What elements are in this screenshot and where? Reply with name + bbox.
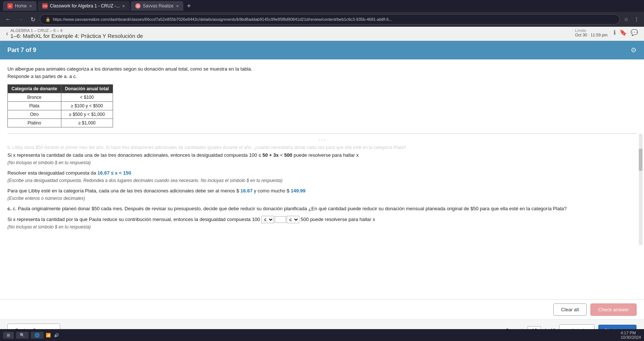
tab-classwork[interactable]: CW Classwork for Algebra 1 - CRUZ -... ✕ bbox=[38, 1, 129, 11]
section-b2-note: (Escribe una desigualdad compuesta. Redo… bbox=[7, 177, 637, 184]
taskbar: ⊞ 🔍 🌐 📶 🔊 4:17 PM 10/30/2024 bbox=[0, 329, 644, 341]
page-title: 1–6: MathXL for Example 4: Práctica Y Re… bbox=[10, 33, 143, 39]
question-content[interactable]: Un albergue para animales categoriza a l… bbox=[0, 59, 644, 299]
section-b3-note: (Escribe enteros o números decimales) bbox=[7, 195, 637, 202]
tab-bar: H Home ✕ CW Classwork for Algebra 1 - CR… bbox=[0, 0, 644, 12]
section-b3: Para que Libby esté en la categoría Plat… bbox=[7, 187, 637, 202]
page-wrapper: ‹ ALGEBRA 1 – CRUZ – 6 – 4 1–6: MathXL f… bbox=[0, 27, 644, 341]
table-cell-category-2: Otro bbox=[8, 110, 61, 119]
section-c-equation: Si x representa la cantidad por la que P… bbox=[7, 216, 637, 231]
section-b1-note: (No incluyas el símbolo $ en tu respuest… bbox=[7, 159, 637, 166]
math-input[interactable] bbox=[275, 216, 286, 223]
section-b2-intro: Resolver esta desigualdad compuesta da bbox=[7, 170, 97, 176]
bookmark-button[interactable]: 🔖 bbox=[619, 29, 627, 36]
back-page-button[interactable]: ‹ bbox=[6, 30, 8, 38]
part-c-label: c. bbox=[7, 206, 13, 211]
section-b2-result: 16.67 ≤ x < 150 bbox=[97, 170, 131, 176]
table-cell-category-3: Platino bbox=[8, 119, 61, 127]
content-area: Part 7 of 9 ⚙ Un albergue para animales … bbox=[0, 41, 644, 341]
intro-line1: Un albergue para animales categoriza a l… bbox=[7, 65, 637, 73]
dropdown-2[interactable]: ≤ ≥ < > bbox=[287, 216, 299, 223]
table-row: Platino ≥ $1,000 bbox=[8, 119, 113, 127]
table-header-category: Categoría de donante bbox=[8, 85, 61, 93]
limit-section: Límite Oct 30 · 11:59 pm bbox=[575, 28, 608, 37]
header-right: Límite Oct 30 · 11:59 pm ℹ 🔖 💬 bbox=[575, 28, 638, 37]
dropdown-1[interactable]: ≤ ≥ < > bbox=[261, 216, 274, 223]
section-b3-min: 16.67 bbox=[241, 188, 253, 194]
section-b1: Si x representa la cantidad de cada una … bbox=[7, 152, 637, 166]
table-cell-donation-1: ≥ $100 y < $500 bbox=[61, 102, 113, 110]
taskbar-time: 4:17 PM 10/30/2024 bbox=[621, 331, 641, 340]
star-button[interactable]: ☆ bbox=[622, 15, 631, 23]
limit-label: Límite bbox=[575, 28, 608, 33]
gear-button[interactable]: ⚙ bbox=[631, 46, 637, 54]
section-b3-text: Para que Libby esté en la categoría Plat… bbox=[7, 188, 241, 194]
chat-button[interactable]: 💬 bbox=[631, 29, 638, 36]
tab-close-classwork[interactable]: ✕ bbox=[122, 4, 125, 8]
tab-close-home[interactable]: ✕ bbox=[29, 4, 32, 8]
section-b1-text: Si x representa la cantidad de cada una … bbox=[7, 152, 263, 158]
part-header: Part 7 of 9 ⚙ bbox=[0, 41, 644, 59]
scroll-track[interactable] bbox=[639, 134, 643, 245]
intro-line2: Responde a las partes de a. a c. bbox=[7, 73, 637, 80]
taskbar-search[interactable]: 🔍 bbox=[16, 332, 29, 339]
part-label: Part 7 of 9 bbox=[7, 47, 36, 53]
math-inline-section-c: ≤ ≥ < > ≤ ≥ < > bbox=[261, 216, 299, 223]
donor-table: Categoría de donante Donación anual tota… bbox=[7, 84, 113, 127]
section-c-note: (No incluyas el símbolo $ en tu respuest… bbox=[7, 224, 637, 231]
section-c-intro: c. Paula originalmente planeó donar $50 … bbox=[13, 206, 567, 211]
table-cell-category-0: Bronce bbox=[8, 93, 61, 102]
action-bar: Clear all Check answer bbox=[0, 299, 644, 319]
section-b2: Resolver esta desigualdad compuesta da 1… bbox=[7, 169, 637, 184]
blurred-content: b. Libby dona $50 durante el primer mes … bbox=[7, 145, 637, 150]
taskbar-sound: 🔊 bbox=[54, 333, 59, 338]
math-result-b1b: 500 bbox=[284, 152, 292, 158]
table-row: Bronce < $100 bbox=[8, 93, 113, 102]
page-header: ‹ ALGEBRA 1 – CRUZ – 6 – 4 1–6: MathXL f… bbox=[0, 27, 644, 41]
table-row: Plata ≥ $100 y < $500 bbox=[8, 102, 113, 110]
taskbar-start[interactable]: ⊞ bbox=[3, 332, 14, 339]
math-result-b1: 50 + 3x bbox=[263, 152, 279, 158]
nav-actions: ☆ ⋮ bbox=[622, 15, 641, 23]
clear-all-button[interactable]: Clear all bbox=[553, 303, 587, 316]
info-button[interactable]: ℹ bbox=[614, 29, 616, 36]
breadcrumb-nav: ‹ ALGEBRA 1 – CRUZ – 6 – 4 1–6: MathXL f… bbox=[6, 28, 143, 39]
scroll-thumb bbox=[639, 149, 643, 171]
scroll-dots: · · · bbox=[7, 137, 637, 143]
table-row: Otro ≥ $500 y < $1,000 bbox=[8, 110, 113, 119]
home-favicon: H bbox=[7, 3, 13, 9]
table-cell-donation-0: < $100 bbox=[61, 93, 113, 102]
section-b3-text2: y como mucho $ bbox=[252, 188, 291, 194]
section-b1-text3: puede resolverse para hallar x bbox=[292, 152, 359, 158]
table-cell-donation-2: ≥ $500 y < $1,000 bbox=[61, 110, 113, 119]
limit-date: Oct 30 · 11:59 pm bbox=[575, 33, 608, 37]
intro-text: Un albergue para animales categoriza a l… bbox=[7, 65, 637, 80]
forward-button[interactable]: → bbox=[16, 14, 26, 24]
taskbar-browser[interactable]: 🌐 bbox=[31, 332, 44, 339]
taskbar-wifi: 📶 bbox=[46, 333, 51, 338]
address-bar[interactable]: 🔒 https://www.savvasrealize.com/dashboar… bbox=[40, 14, 620, 25]
more-button[interactable]: ⋮ bbox=[632, 15, 641, 23]
table-cell-donation-3: ≥ $1,000 bbox=[61, 119, 113, 127]
savvas-favicon: A bbox=[135, 3, 141, 9]
table-cell-category-1: Plata bbox=[8, 102, 61, 110]
breadcrumb: ALGEBRA 1 – CRUZ – 6 – 4 bbox=[10, 28, 143, 33]
lock-icon: 🔒 bbox=[45, 17, 51, 22]
back-button[interactable]: ← bbox=[3, 14, 13, 24]
nav-bar: ← → ↻ 🔒 https://www.savvasrealize.com/da… bbox=[0, 12, 644, 27]
classwork-favicon: CW bbox=[42, 3, 48, 9]
section-c-eq-text: Si x representa la cantidad por la que P… bbox=[7, 217, 260, 222]
taskbar-icons: 📶 🔊 bbox=[46, 333, 59, 338]
reload-button[interactable]: ↻ bbox=[28, 14, 38, 25]
section-c-eq-end: 500 puede resolverse para hallar x bbox=[301, 217, 375, 222]
check-answer-button[interactable]: Check answer bbox=[590, 303, 637, 316]
divider bbox=[7, 133, 637, 134]
header-icons: ℹ 🔖 💬 bbox=[614, 29, 638, 36]
section-b3-max: 149.99 bbox=[291, 188, 306, 194]
browser-chrome: H Home ✕ CW Classwork for Algebra 1 - CR… bbox=[0, 0, 644, 27]
breadcrumb-content: ALGEBRA 1 – CRUZ – 6 – 4 1–6: MathXL for… bbox=[10, 28, 143, 39]
tab-savvas[interactable]: A Savvas Realize ✕ bbox=[131, 1, 183, 11]
new-tab-button[interactable]: + bbox=[185, 2, 193, 10]
tab-close-savvas[interactable]: ✕ bbox=[176, 4, 179, 8]
tab-home[interactable]: H Home ✕ bbox=[3, 1, 36, 11]
